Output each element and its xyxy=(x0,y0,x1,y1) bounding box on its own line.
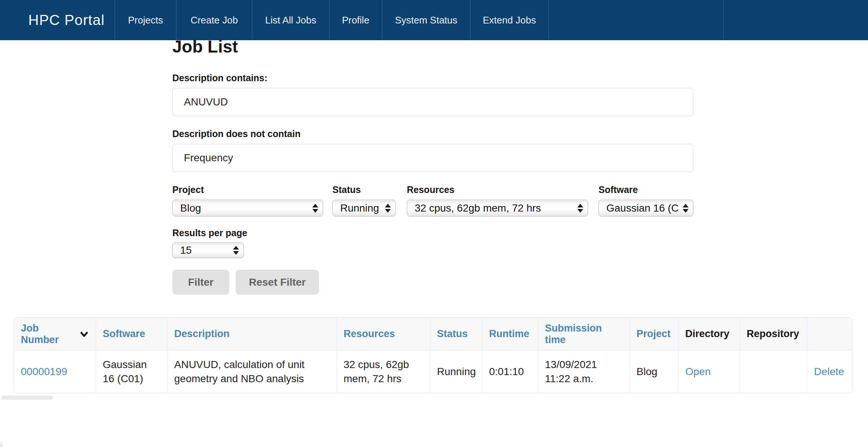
column-header-resources[interactable]: Resources xyxy=(336,318,430,351)
select-arrows-icon xyxy=(385,204,391,213)
results-per-page-label: Results per page xyxy=(172,228,247,238)
nav-spacer xyxy=(723,0,868,40)
column-header-repository: Repository xyxy=(740,318,807,351)
job-list-page: HPC Portal Projects Create Job List All … xyxy=(0,0,868,447)
table-header-row: Job Number Software Description Resource… xyxy=(14,318,852,351)
software-select[interactable]: Gaussian 16 (C xyxy=(599,200,693,216)
nav-item-profile[interactable]: Profile xyxy=(329,0,382,40)
status-select-value: Running xyxy=(340,202,379,214)
status-label: Status xyxy=(332,184,361,195)
horizontal-scrollbar-thumb[interactable] xyxy=(1,396,53,400)
bottom-scrollbar-thumb[interactable] xyxy=(0,443,3,447)
description-contains-label: Description contains: xyxy=(172,73,268,83)
jobs-table: Job Number Software Description Resource… xyxy=(14,317,852,393)
runtime-cell: 0:01:10 xyxy=(482,351,538,393)
resources-cell: 32 cpus, 62gb mem, 72 hrs xyxy=(336,351,430,393)
directory-cell: Open xyxy=(678,351,740,393)
column-header-directory: Directory xyxy=(678,318,740,351)
table-row: 00000199 Gaussian 16 (C01) ANUVUD, calcu… xyxy=(14,351,852,393)
software-select-value: Gaussian 16 (C xyxy=(606,202,679,214)
results-per-page-select[interactable]: 15 xyxy=(172,242,244,258)
resources-select[interactable]: 32 cpus, 62gb mem, 72 hrs xyxy=(407,200,588,216)
top-navbar: HPC Portal Projects Create Job List All … xyxy=(0,0,868,40)
column-header-label: Job Number xyxy=(21,323,76,346)
nav-spacer xyxy=(548,0,723,40)
reset-filter-button[interactable]: Reset Filter xyxy=(236,270,319,295)
resources-select-value: 32 cpus, 62gb mem, 72 hrs xyxy=(415,202,541,214)
actions-cell: Delete xyxy=(807,351,852,393)
submission-time-cell: 13/09/2021 11:22 a.m. xyxy=(538,351,629,393)
software-cell: Gaussian 16 (C01) xyxy=(96,351,167,393)
nav-item-system-status[interactable]: System Status xyxy=(382,0,470,40)
description-contains-input[interactable] xyxy=(172,88,693,116)
job-number-cell: 00000199 xyxy=(14,351,96,393)
description-not-contains-input[interactable] xyxy=(172,144,693,172)
select-arrows-icon xyxy=(312,204,318,213)
project-label: Project xyxy=(172,184,204,195)
description-cell: ANUVUD, calculation of unit geometry and… xyxy=(167,351,336,393)
job-number-link[interactable]: 00000199 xyxy=(21,366,67,377)
sort-desc-icon xyxy=(79,329,89,339)
page-title: Job List xyxy=(172,37,238,57)
repository-cell xyxy=(740,351,807,393)
column-header-status[interactable]: Status xyxy=(430,318,482,351)
nav-item-create-job[interactable]: Create Job xyxy=(176,0,252,40)
nav-item-list-all-jobs[interactable]: List All Jobs xyxy=(252,0,329,40)
status-select[interactable]: Running xyxy=(332,200,396,216)
column-header-submission-time[interactable]: Submission time xyxy=(538,318,629,351)
select-arrows-icon xyxy=(577,204,583,213)
project-select[interactable]: Blog xyxy=(172,200,323,216)
column-header-runtime[interactable]: Runtime xyxy=(482,318,538,351)
project-cell: Blog xyxy=(629,351,678,393)
select-arrows-icon xyxy=(683,204,689,213)
column-header-actions xyxy=(807,318,852,351)
filter-button[interactable]: Filter xyxy=(172,270,229,295)
status-cell: Running xyxy=(430,351,482,393)
brand-logo[interactable]: HPC Portal xyxy=(0,0,115,40)
open-directory-link[interactable]: Open xyxy=(685,366,711,377)
results-per-page-value: 15 xyxy=(180,244,192,256)
software-label: Software xyxy=(599,184,638,195)
project-select-value: Blog xyxy=(180,202,201,214)
nav-item-extend-jobs[interactable]: Extend Jobs xyxy=(470,0,548,40)
column-header-job-number[interactable]: Job Number xyxy=(14,318,96,351)
column-header-software[interactable]: Software xyxy=(96,318,167,351)
select-arrows-icon xyxy=(233,246,239,255)
column-header-description[interactable]: Description xyxy=(167,318,336,351)
description-not-contains-label: Description does not contain xyxy=(172,129,300,139)
delete-job-link[interactable]: Delete xyxy=(814,366,844,377)
resources-label: Resources xyxy=(407,184,454,195)
column-header-project[interactable]: Project xyxy=(629,318,678,351)
nav-item-projects[interactable]: Projects xyxy=(115,0,176,40)
